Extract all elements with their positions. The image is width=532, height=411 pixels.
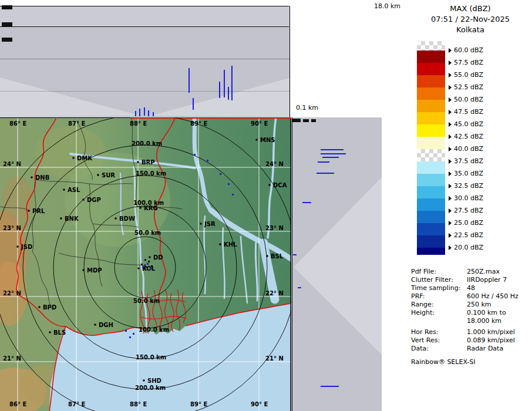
- info-row-value: 48: [467, 284, 475, 292]
- legend-threshold-label: 40.0 dBZ: [449, 145, 483, 153]
- legend-arrow-icon: [449, 221, 452, 225]
- legend-threshold-label: 52.5 dBZ: [449, 83, 483, 92]
- station-marker: [60, 218, 62, 220]
- height-axis-min-label: 0.1 km: [296, 104, 318, 112]
- info-row: 18.000 km: [411, 317, 531, 325]
- right-height-profile-panel: [291, 117, 382, 411]
- station-label: JSD: [21, 244, 32, 250]
- longitude-label: 86° E: [9, 401, 26, 407]
- info-row-label: Data:: [411, 345, 467, 353]
- legend-threshold-label: 27.5 dBZ: [449, 207, 483, 215]
- station-marker: [17, 246, 19, 248]
- station-marker: [269, 184, 271, 186]
- legend-arrow-icon: [449, 171, 452, 176]
- info-row: Hor Res:1.000 km/pixel: [411, 328, 531, 336]
- station-marker: [49, 332, 51, 333]
- longitude-label: 88° E: [130, 120, 147, 127]
- station-marker: [149, 257, 151, 258]
- station-label: MDP: [87, 267, 102, 274]
- latitude-label: 22° N: [265, 290, 284, 297]
- legend-threshold-label: 60.0 dBZ: [449, 46, 483, 55]
- station-label: SUR: [102, 172, 115, 178]
- legend-color-box: [417, 211, 445, 223]
- station-marker: [73, 157, 75, 159]
- station-label: DCA: [273, 182, 287, 188]
- info-row-value: IIRDoppler 7: [467, 276, 507, 284]
- legend-arrow-icon: [449, 196, 452, 201]
- legend-arrow-icon: [449, 147, 452, 151]
- longitude-label: 86° E: [9, 120, 26, 127]
- radar-echo-speck: [232, 194, 234, 196]
- legend-box-below-min: [417, 248, 445, 255]
- legend-threshold-label: 25.0 dBZ: [449, 219, 483, 227]
- center-cluster-mark: [144, 259, 146, 261]
- radar-echo-speck: [143, 266, 144, 268]
- station-marker: [143, 380, 145, 382]
- info-rows: Pdf File:250Z.maxClutter Filter:IIRDoppl…: [411, 268, 531, 353]
- legend-threshold-label: 55.0 dBZ: [449, 71, 483, 79]
- product-header: MAX (dBZ) 07:51 / 22-Nov-2025 Kolkata: [409, 4, 532, 35]
- legend-color-box: [417, 161, 445, 174]
- info-row: PRF:600 Hz / 450 Hz: [411, 292, 531, 301]
- station-marker: [83, 199, 85, 201]
- info-row-value: 0.100 km to: [467, 309, 506, 317]
- station-marker: [138, 268, 140, 269]
- range-ring-label: 50.0 km: [134, 230, 161, 236]
- legend-threshold-label: 22.5 dBZ: [449, 231, 483, 240]
- station-marker: [256, 139, 258, 141]
- station-label: BLS: [53, 329, 66, 336]
- radar-display-window: 200.0 km150.0 km100.0 km50.0 km50.0 km10…: [0, 0, 532, 411]
- product-station: Kolkata: [409, 25, 532, 35]
- station-label: SHD: [147, 378, 161, 384]
- legend-arrow-icon: [449, 122, 452, 127]
- legend-color-box: [417, 137, 445, 149]
- legend-arrow-icon: [449, 73, 452, 78]
- info-row-label: Height:: [411, 309, 467, 317]
- radar-echo-speck: [194, 154, 196, 156]
- legend-threshold-label: 32.5 dBZ: [449, 182, 483, 190]
- latitude-label: 24° N: [265, 161, 284, 167]
- station-marker: [267, 255, 268, 257]
- station-label: KHL: [224, 241, 237, 248]
- info-row: Clutter Filter:IIRDoppler 7: [411, 276, 531, 284]
- station-marker: [28, 210, 30, 212]
- legend-color-box: [417, 198, 445, 211]
- station-marker: [39, 306, 41, 308]
- station-marker: [140, 207, 142, 209]
- range-ring-label: 150.0 km: [136, 354, 166, 361]
- info-row-value: 600 Hz / 450 Hz: [467, 292, 518, 301]
- legend-color-box: [417, 174, 445, 186]
- legend-box-above-max: [417, 41, 445, 50]
- legend-threshold-label: 37.5 dBZ: [449, 157, 483, 166]
- station-marker: [95, 324, 96, 326]
- axis-tick-mark: [292, 119, 301, 122]
- legend-color-box: [417, 223, 445, 235]
- radar-echo-speck: [133, 333, 134, 335]
- info-row: Pdf File:250Z.max: [411, 268, 531, 276]
- station-marker: [200, 223, 202, 225]
- station-marker: [97, 174, 99, 176]
- height-axis-max-label: 18.0 km: [374, 2, 400, 10]
- legend-arrow-icon: [449, 233, 452, 238]
- station-label: DGH: [99, 322, 113, 328]
- legend-color-box: [417, 124, 445, 137]
- product-title: MAX (dBZ): [409, 4, 532, 14]
- legend-color-box: [417, 186, 445, 198]
- info-row: Range:250 km: [411, 301, 531, 309]
- legend-scale-boxes: [417, 41, 445, 255]
- range-ring-label: 200.0 km: [135, 385, 166, 391]
- info-row-value: 18.000 km: [467, 317, 501, 325]
- legend-arrow-icon: [449, 184, 452, 188]
- legend-arrow-icon: [449, 110, 452, 114]
- info-row-value: Radar Data: [467, 345, 503, 353]
- radar-map-panel: 200.0 km150.0 km100.0 km50.0 km50.0 km10…: [0, 117, 291, 411]
- station-label: DGP: [87, 197, 101, 203]
- profile-corner-area: [291, 0, 382, 117]
- legend-threshold-label: 20.0 dBZ: [449, 244, 483, 252]
- top-height-profile-panel: [0, 0, 291, 117]
- legend-arrow-icon: [449, 60, 452, 65]
- info-row-value: 250Z.max: [467, 268, 500, 276]
- station-label: DD: [153, 254, 163, 261]
- station-label: BPD: [43, 304, 56, 311]
- legend-color-box: [417, 63, 445, 75]
